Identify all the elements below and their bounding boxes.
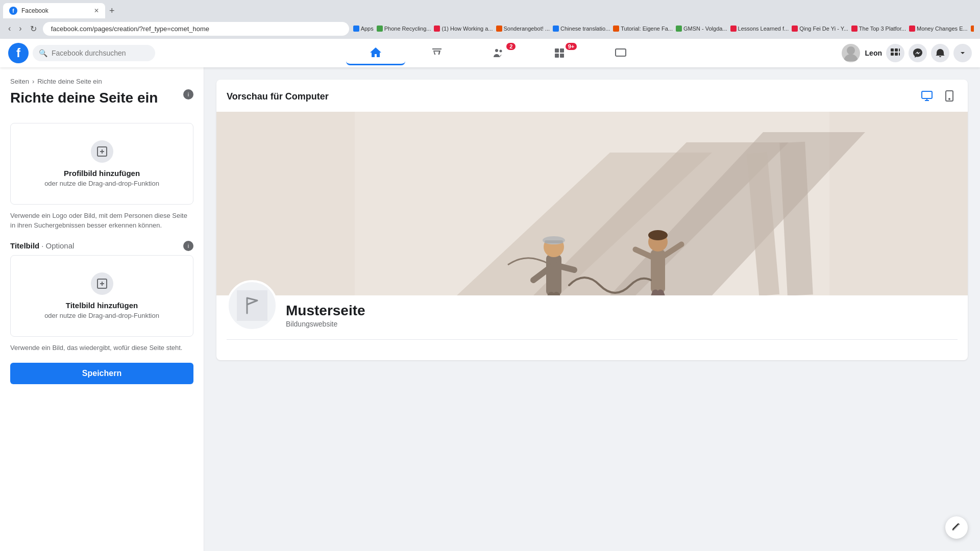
bookmark-7[interactable]: Lessons Learned f... (730, 26, 789, 32)
svg-rect-41 (237, 290, 267, 321)
bookmark-5[interactable]: Tutorial: Eigene Fa... (613, 26, 673, 32)
svg-rect-4 (555, 54, 559, 58)
profile-image-description: Verwende ein Logo oder Bild, mit dem Per… (10, 211, 193, 231)
browser-chrome: Facebook ✕ + ‹ › ↻ facebook.com/pages/cr… (0, 0, 980, 39)
device-toggle-buttons (919, 88, 958, 106)
url-bar[interactable]: facebook.com/pages/creation/?ref_type=co… (43, 22, 349, 36)
cover-upload-title: Titelbild hinzufügen (66, 301, 138, 310)
preview-bottom-spacer (216, 340, 968, 360)
tab-close-btn[interactable]: ✕ (94, 7, 99, 14)
address-bar: ‹ › ↻ facebook.com/pages/creation/?ref_t… (0, 18, 980, 39)
bookmark-10[interactable]: Money Changes E... (909, 26, 968, 32)
cover-section-label: Titelbild · Optional (10, 241, 74, 250)
search-icon: 🔍 (39, 49, 47, 57)
preview-header: Vorschau für Computer (216, 80, 968, 112)
page-avatar (227, 280, 278, 331)
refresh-button[interactable]: ↻ (28, 22, 39, 36)
page-category: Bildungswebsite (286, 320, 365, 328)
nav-home[interactable] (346, 41, 405, 65)
mobile-view-button[interactable] (941, 88, 958, 106)
page-profile-bar: Musterseite Bildungswebsite (216, 295, 968, 339)
preview-card: Vorschau für Computer (216, 80, 968, 360)
page-name: Musterseite (286, 303, 365, 319)
svg-rect-3 (560, 48, 564, 53)
nav-pages[interactable]: 9+ (530, 41, 589, 65)
right-panel: Vorschau für Computer (204, 67, 980, 551)
bookmark-4[interactable]: Chinese translatio... (553, 26, 610, 32)
svg-point-36 (648, 230, 668, 240)
cover-section-header: Titelbild · Optional i (10, 241, 193, 251)
breadcrumb-current: Richte deine Seite ein (37, 78, 102, 85)
svg-rect-9 (895, 48, 898, 52)
groups-badge: 2 (506, 43, 516, 50)
bookmark-1[interactable]: Phone Recycling... (377, 26, 431, 32)
page-layout: Seiten › Richte deine Seite ein Richte d… (0, 67, 980, 551)
svg-point-1 (500, 50, 502, 53)
bookmark-3[interactable]: Sonderangebot! ... (496, 26, 550, 32)
profile-image-upload-box[interactable]: Profilbild hinzufügen oder nutze die Dra… (10, 123, 193, 205)
svg-rect-12 (895, 53, 898, 56)
facebook-logo[interactable]: f (8, 43, 29, 63)
nav-marketplace[interactable] (407, 41, 467, 65)
active-tab[interactable]: Facebook ✕ (3, 3, 105, 18)
back-button[interactable]: ‹ (6, 22, 13, 35)
breadcrumb: Seiten › Richte deine Seite ein (10, 78, 193, 85)
bookmark-apps[interactable]: Apps (353, 26, 374, 32)
cover-label-text: Titelbild (10, 241, 39, 250)
grid-menu-button[interactable] (886, 44, 904, 62)
messenger-button[interactable] (909, 44, 927, 62)
cover-upload-subtitle: oder nutze die Drag-and-drop-Funktion (44, 312, 159, 319)
bookmark-11[interactable]: LEE 'S HOUSE—... (971, 26, 974, 32)
svg-rect-29 (545, 240, 563, 243)
profile-upload-subtitle: oder nutze die Drag-and-drop-Funktion (44, 180, 159, 187)
user-name: Leon (865, 49, 882, 57)
save-button[interactable]: Speichern (10, 363, 193, 384)
new-tab-button[interactable]: + (105, 6, 119, 16)
nav-watch[interactable] (591, 41, 650, 65)
page-name-area: Musterseite Bildungswebsite (286, 298, 365, 328)
user-avatar (842, 44, 860, 62)
cover-image-description: Verwende ein Bild, das wiedergibt, wofür… (10, 343, 193, 353)
svg-rect-11 (891, 53, 894, 56)
top-navigation: f 🔍 2 9+ (0, 39, 980, 67)
notifications-button[interactable] (931, 44, 949, 62)
url-text: facebook.com/pages/creation/?ref_type=co… (51, 25, 209, 33)
forward-button[interactable]: › (17, 22, 23, 35)
breadcrumb-separator: › (32, 78, 34, 85)
nav-right: Leon (842, 44, 972, 62)
nav-groups[interactable]: 2 (469, 41, 528, 65)
svg-rect-5 (560, 54, 564, 58)
profile-upload-title: Profilbild hinzufügen (64, 169, 140, 178)
notifications-badge: 9+ (566, 43, 577, 50)
edit-fab-button[interactable] (945, 516, 968, 539)
user-profile-link[interactable]: Leon (842, 44, 882, 62)
cover-illustration (216, 112, 968, 295)
svg-rect-16 (922, 91, 932, 98)
tab-label: Facebook (21, 7, 90, 14)
tab-bar: Facebook ✕ + (0, 0, 980, 18)
cover-image-upload-box[interactable]: Titelbild hinzufügen oder nutze die Drag… (10, 255, 193, 337)
bookmark-2[interactable]: (1) How Working a... (434, 26, 493, 32)
cover-upload-icon (91, 272, 113, 295)
profile-upload-icon (91, 140, 113, 163)
svg-rect-6 (616, 49, 626, 56)
svg-rect-13 (899, 53, 900, 56)
svg-rect-10 (899, 48, 900, 52)
svg-point-0 (495, 49, 498, 52)
page-title-info-btn[interactable]: i (183, 89, 193, 99)
cover-info-btn[interactable]: i (183, 241, 193, 251)
left-panel: Seiten › Richte deine Seite ein Richte d… (0, 67, 204, 551)
breadcrumb-pages[interactable]: Seiten (10, 78, 29, 85)
desktop-view-button[interactable] (919, 88, 935, 106)
chevron-down-button[interactable] (953, 44, 972, 62)
bookmark-9[interactable]: The Top 3 Platfor... (851, 26, 906, 32)
search-bar[interactable]: 🔍 (33, 45, 155, 61)
cover-photo-area (216, 112, 968, 295)
svg-point-18 (949, 98, 950, 99)
bookmark-6[interactable]: GMSN - Volgda... (676, 26, 727, 32)
bookmark-8[interactable]: Qing Fei De Yi - Y... (792, 26, 848, 32)
search-input[interactable] (52, 49, 143, 57)
nav-center: 2 9+ (155, 41, 842, 65)
page-title: Richte deine Seite ein (10, 89, 158, 107)
svg-rect-2 (555, 48, 559, 53)
